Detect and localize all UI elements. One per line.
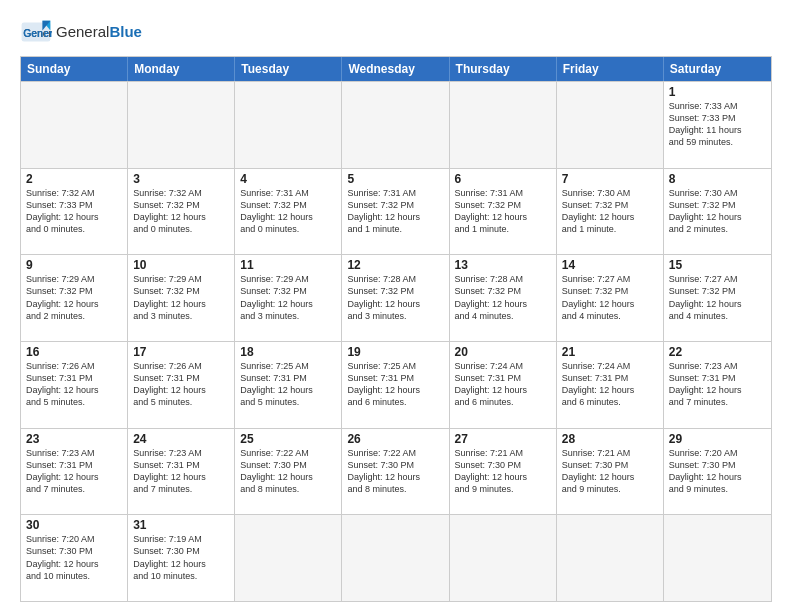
day-number: 29 xyxy=(669,432,766,446)
calendar-cell xyxy=(235,82,342,168)
calendar-cell: 31Sunrise: 7:19 AM Sunset: 7:30 PM Dayli… xyxy=(128,515,235,601)
day-number: 31 xyxy=(133,518,229,532)
calendar-cell: 14Sunrise: 7:27 AM Sunset: 7:32 PM Dayli… xyxy=(557,255,664,341)
sun-info: Sunrise: 7:25 AM Sunset: 7:31 PM Dayligh… xyxy=(240,360,336,409)
day-number: 12 xyxy=(347,258,443,272)
calendar-cell: 26Sunrise: 7:22 AM Sunset: 7:30 PM Dayli… xyxy=(342,429,449,515)
calendar-cell: 25Sunrise: 7:22 AM Sunset: 7:30 PM Dayli… xyxy=(235,429,342,515)
sun-info: Sunrise: 7:29 AM Sunset: 7:32 PM Dayligh… xyxy=(133,273,229,322)
day-number: 10 xyxy=(133,258,229,272)
day-number: 15 xyxy=(669,258,766,272)
calendar-body: 1Sunrise: 7:33 AM Sunset: 7:33 PM Daylig… xyxy=(21,81,771,601)
sun-info: Sunrise: 7:29 AM Sunset: 7:32 PM Dayligh… xyxy=(26,273,122,322)
calendar: SundayMondayTuesdayWednesdayThursdayFrid… xyxy=(20,56,772,602)
day-number: 8 xyxy=(669,172,766,186)
calendar-cell xyxy=(557,82,664,168)
calendar-cell: 9Sunrise: 7:29 AM Sunset: 7:32 PM Daylig… xyxy=(21,255,128,341)
sun-info: Sunrise: 7:24 AM Sunset: 7:31 PM Dayligh… xyxy=(455,360,551,409)
day-number: 30 xyxy=(26,518,122,532)
day-number: 4 xyxy=(240,172,336,186)
calendar-cell: 6Sunrise: 7:31 AM Sunset: 7:32 PM Daylig… xyxy=(450,169,557,255)
calendar-row: 16Sunrise: 7:26 AM Sunset: 7:31 PM Dayli… xyxy=(21,341,771,428)
calendar-cell: 24Sunrise: 7:23 AM Sunset: 7:31 PM Dayli… xyxy=(128,429,235,515)
day-number: 5 xyxy=(347,172,443,186)
calendar-cell xyxy=(235,515,342,601)
sun-info: Sunrise: 7:22 AM Sunset: 7:30 PM Dayligh… xyxy=(347,447,443,496)
day-number: 14 xyxy=(562,258,658,272)
calendar-cell: 5Sunrise: 7:31 AM Sunset: 7:32 PM Daylig… xyxy=(342,169,449,255)
calendar-cell: 12Sunrise: 7:28 AM Sunset: 7:32 PM Dayli… xyxy=(342,255,449,341)
day-number: 19 xyxy=(347,345,443,359)
sun-info: Sunrise: 7:20 AM Sunset: 7:30 PM Dayligh… xyxy=(669,447,766,496)
calendar-cell: 20Sunrise: 7:24 AM Sunset: 7:31 PM Dayli… xyxy=(450,342,557,428)
sun-info: Sunrise: 7:29 AM Sunset: 7:32 PM Dayligh… xyxy=(240,273,336,322)
logo-icon: General General xyxy=(20,16,52,48)
day-number: 27 xyxy=(455,432,551,446)
sun-info: Sunrise: 7:27 AM Sunset: 7:32 PM Dayligh… xyxy=(669,273,766,322)
day-number: 17 xyxy=(133,345,229,359)
weekday-header: Friday xyxy=(557,57,664,81)
svg-text:General: General xyxy=(23,28,52,39)
sun-info: Sunrise: 7:33 AM Sunset: 7:33 PM Dayligh… xyxy=(669,100,766,149)
calendar-cell: 23Sunrise: 7:23 AM Sunset: 7:31 PM Dayli… xyxy=(21,429,128,515)
sun-info: Sunrise: 7:21 AM Sunset: 7:30 PM Dayligh… xyxy=(455,447,551,496)
day-number: 2 xyxy=(26,172,122,186)
day-number: 16 xyxy=(26,345,122,359)
sun-info: Sunrise: 7:23 AM Sunset: 7:31 PM Dayligh… xyxy=(669,360,766,409)
sun-info: Sunrise: 7:19 AM Sunset: 7:30 PM Dayligh… xyxy=(133,533,229,582)
sun-info: Sunrise: 7:27 AM Sunset: 7:32 PM Dayligh… xyxy=(562,273,658,322)
calendar-cell: 19Sunrise: 7:25 AM Sunset: 7:31 PM Dayli… xyxy=(342,342,449,428)
calendar-row: 2Sunrise: 7:32 AM Sunset: 7:33 PM Daylig… xyxy=(21,168,771,255)
sun-info: Sunrise: 7:30 AM Sunset: 7:32 PM Dayligh… xyxy=(562,187,658,236)
calendar-cell: 11Sunrise: 7:29 AM Sunset: 7:32 PM Dayli… xyxy=(235,255,342,341)
calendar-header: SundayMondayTuesdayWednesdayThursdayFrid… xyxy=(21,57,771,81)
day-number: 18 xyxy=(240,345,336,359)
calendar-cell: 18Sunrise: 7:25 AM Sunset: 7:31 PM Dayli… xyxy=(235,342,342,428)
calendar-cell: 13Sunrise: 7:28 AM Sunset: 7:32 PM Dayli… xyxy=(450,255,557,341)
weekday-header: Monday xyxy=(128,57,235,81)
calendar-cell xyxy=(128,82,235,168)
day-number: 7 xyxy=(562,172,658,186)
sun-info: Sunrise: 7:31 AM Sunset: 7:32 PM Dayligh… xyxy=(240,187,336,236)
calendar-cell xyxy=(664,515,771,601)
day-number: 11 xyxy=(240,258,336,272)
calendar-row: 1Sunrise: 7:33 AM Sunset: 7:33 PM Daylig… xyxy=(21,81,771,168)
weekday-header: Wednesday xyxy=(342,57,449,81)
calendar-cell xyxy=(450,82,557,168)
calendar-cell: 10Sunrise: 7:29 AM Sunset: 7:32 PM Dayli… xyxy=(128,255,235,341)
weekday-header: Tuesday xyxy=(235,57,342,81)
sun-info: Sunrise: 7:23 AM Sunset: 7:31 PM Dayligh… xyxy=(26,447,122,496)
sun-info: Sunrise: 7:32 AM Sunset: 7:33 PM Dayligh… xyxy=(26,187,122,236)
calendar-cell: 29Sunrise: 7:20 AM Sunset: 7:30 PM Dayli… xyxy=(664,429,771,515)
calendar-cell: 27Sunrise: 7:21 AM Sunset: 7:30 PM Dayli… xyxy=(450,429,557,515)
calendar-cell xyxy=(21,82,128,168)
day-number: 21 xyxy=(562,345,658,359)
calendar-cell: 8Sunrise: 7:30 AM Sunset: 7:32 PM Daylig… xyxy=(664,169,771,255)
weekday-header: Sunday xyxy=(21,57,128,81)
calendar-cell: 15Sunrise: 7:27 AM Sunset: 7:32 PM Dayli… xyxy=(664,255,771,341)
calendar-cell: 22Sunrise: 7:23 AM Sunset: 7:31 PM Dayli… xyxy=(664,342,771,428)
sun-info: Sunrise: 7:25 AM Sunset: 7:31 PM Dayligh… xyxy=(347,360,443,409)
calendar-cell xyxy=(342,515,449,601)
day-number: 20 xyxy=(455,345,551,359)
day-number: 22 xyxy=(669,345,766,359)
sun-info: Sunrise: 7:24 AM Sunset: 7:31 PM Dayligh… xyxy=(562,360,658,409)
weekday-header: Saturday xyxy=(664,57,771,81)
day-number: 9 xyxy=(26,258,122,272)
sun-info: Sunrise: 7:20 AM Sunset: 7:30 PM Dayligh… xyxy=(26,533,122,582)
logo: General General GeneralBlue xyxy=(20,16,142,48)
calendar-cell: 21Sunrise: 7:24 AM Sunset: 7:31 PM Dayli… xyxy=(557,342,664,428)
calendar-cell: 7Sunrise: 7:30 AM Sunset: 7:32 PM Daylig… xyxy=(557,169,664,255)
calendar-cell xyxy=(557,515,664,601)
sun-info: Sunrise: 7:30 AM Sunset: 7:32 PM Dayligh… xyxy=(669,187,766,236)
sun-info: Sunrise: 7:31 AM Sunset: 7:32 PM Dayligh… xyxy=(347,187,443,236)
day-number: 13 xyxy=(455,258,551,272)
calendar-cell xyxy=(342,82,449,168)
day-number: 28 xyxy=(562,432,658,446)
calendar-cell: 16Sunrise: 7:26 AM Sunset: 7:31 PM Dayli… xyxy=(21,342,128,428)
day-number: 1 xyxy=(669,85,766,99)
calendar-cell: 28Sunrise: 7:21 AM Sunset: 7:30 PM Dayli… xyxy=(557,429,664,515)
sun-info: Sunrise: 7:26 AM Sunset: 7:31 PM Dayligh… xyxy=(26,360,122,409)
calendar-row: 30Sunrise: 7:20 AM Sunset: 7:30 PM Dayli… xyxy=(21,514,771,601)
day-number: 6 xyxy=(455,172,551,186)
